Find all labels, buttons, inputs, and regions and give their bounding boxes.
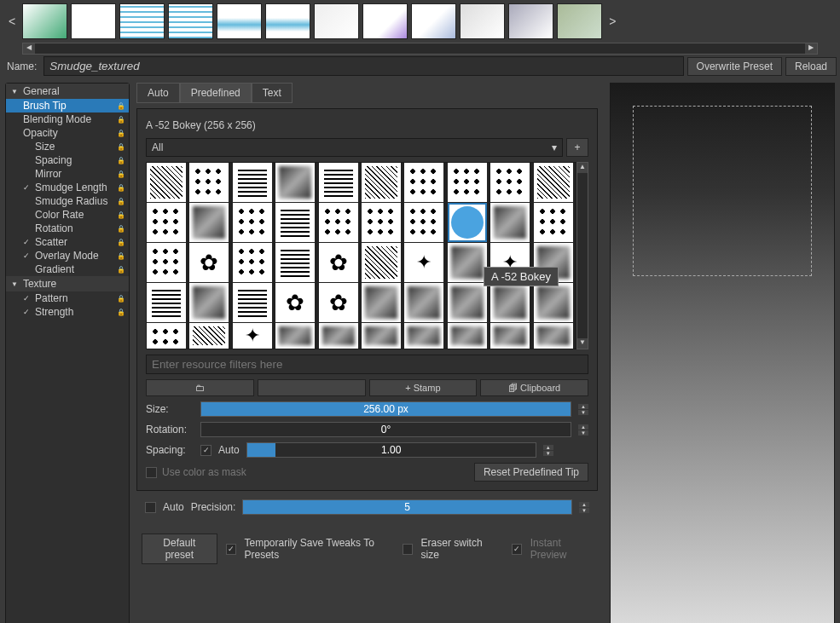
add-tag-button[interactable]: + (566, 138, 588, 157)
reset-tip-button[interactable]: Reset Predefined Tip (474, 463, 588, 482)
sidebar-item-smudge-radius[interactable]: Smudge Radius🔒 (6, 194, 129, 208)
brush-tip-cell[interactable] (362, 163, 401, 202)
sidebar-item-brush-tip[interactable]: Brush Tip🔒 (6, 99, 129, 112)
sidebar-item-spacing[interactable]: Spacing🔒 (6, 153, 129, 167)
brush-tip-cell[interactable] (448, 283, 487, 322)
preset-thumb[interactable] (362, 3, 408, 39)
brush-tip-cell[interactable] (404, 283, 443, 322)
rotation-slider[interactable]: 0° (200, 422, 571, 437)
precision-slider[interactable]: 5 (242, 499, 572, 515)
brush-tip-cell[interactable] (233, 283, 272, 322)
import-brush-button[interactable]: 🗀 (146, 379, 254, 396)
use-color-checkbox[interactable] (146, 467, 157, 478)
spacing-auto-checkbox[interactable] (200, 445, 211, 456)
brush-tip-cell[interactable] (534, 323, 573, 349)
brush-tip-cell[interactable] (275, 323, 315, 349)
scroll-up-icon[interactable]: ▲ (577, 163, 588, 173)
brush-tip-cell[interactable] (147, 283, 186, 322)
preset-thumb[interactable] (508, 3, 553, 39)
size-spinner[interactable]: ▲▼ (578, 404, 588, 415)
precision-spinner[interactable]: ▲▼ (579, 502, 589, 513)
preset-scrollbar[interactable]: ◀ ▶ (22, 43, 818, 55)
preset-thumb[interactable] (71, 3, 116, 39)
scroll-down-icon[interactable]: ▼ (577, 338, 588, 349)
instant-preview-checkbox[interactable] (512, 544, 522, 555)
brush-tip-cell[interactable] (534, 283, 573, 322)
brush-tip-cell[interactable] (404, 163, 443, 202)
brush-tip-cell[interactable] (147, 203, 186, 242)
stamp-button[interactable]: + Stamp (369, 379, 478, 396)
sidebar-item-blending-mode[interactable]: Blending Mode🔒 (6, 112, 129, 126)
sidebar-item-pattern[interactable]: ✓Pattern🔒 (6, 291, 129, 305)
brush-tip-cell[interactable] (490, 283, 530, 322)
brush-tip-cell[interactable] (189, 283, 229, 322)
brush-tip-cell[interactable] (275, 283, 315, 322)
sidebar-section-texture[interactable]: ▼ Texture (6, 276, 129, 291)
tab-auto[interactable]: Auto (136, 83, 180, 103)
brush-tip-cell[interactable] (448, 203, 487, 242)
clipboard-button[interactable]: 🗐 Clipboard (480, 379, 588, 396)
preset-next-button[interactable]: > (605, 14, 619, 28)
preset-thumb[interactable] (411, 3, 456, 39)
brush-tip-cell[interactable] (362, 323, 401, 349)
brush-tip-cell[interactable] (362, 203, 401, 242)
preset-thumb[interactable] (314, 3, 359, 39)
preset-thumb[interactable] (217, 3, 262, 39)
preset-thumb[interactable] (22, 3, 67, 39)
tab-text[interactable]: Text (252, 83, 293, 103)
brush-tip-cell[interactable] (275, 163, 315, 202)
brush-tip-cell[interactable] (319, 323, 358, 349)
preset-prev-button[interactable]: < (5, 14, 19, 28)
size-slider[interactable]: 256.00 px (200, 401, 571, 417)
scroll-left-icon[interactable]: ◀ (23, 43, 35, 54)
brush-tip-cell[interactable] (362, 283, 401, 322)
brush-grid-scrollbar[interactable]: ▲ ▼ (576, 162, 588, 349)
precision-auto-checkbox[interactable] (145, 502, 156, 513)
sidebar-item-smudge-length[interactable]: ✓Smudge Length🔒 (6, 181, 129, 194)
brush-tip-cell[interactable] (189, 323, 229, 349)
brush-tip-cell[interactable] (233, 323, 272, 349)
sidebar-item-mirror[interactable]: Mirror🔒 (6, 167, 129, 181)
brush-tip-cell[interactable] (275, 243, 315, 282)
rotation-spinner[interactable]: ▲▼ (578, 424, 588, 436)
brush-tip-cell[interactable] (319, 203, 358, 242)
brush-tip-cell[interactable] (319, 163, 358, 202)
temp-save-checkbox[interactable] (226, 544, 236, 555)
spacing-spinner[interactable]: ▲▼ (543, 445, 553, 456)
sidebar-item-size[interactable]: Size🔒 (6, 140, 129, 153)
eraser-size-checkbox[interactable] (403, 544, 413, 555)
brush-tip-cell[interactable] (275, 203, 315, 242)
brush-tip-cell[interactable] (404, 203, 443, 242)
sidebar-item-rotation[interactable]: Rotation🔒 (6, 222, 129, 235)
overwrite-preset-button[interactable]: Overwrite Preset (687, 57, 782, 76)
preset-thumb[interactable] (119, 3, 165, 39)
spacing-slider[interactable]: 1.00 (246, 442, 536, 458)
brush-tip-cell[interactable] (147, 243, 186, 282)
brush-tip-cell[interactable] (233, 163, 272, 202)
sidebar-item-strength[interactable]: ✓Strength🔒 (6, 305, 129, 319)
preset-thumb[interactable] (557, 3, 602, 39)
scroll-right-icon[interactable]: ▶ (805, 43, 817, 54)
brush-tip-cell[interactable] (404, 323, 443, 349)
brush-tip-cell[interactable] (189, 163, 229, 202)
preset-thumb[interactable] (265, 3, 310, 39)
sidebar-item-color-rate[interactable]: Color Rate🔒 (6, 208, 129, 222)
brush-tip-cell[interactable] (490, 163, 530, 202)
default-preset-button[interactable]: Default preset (142, 534, 217, 564)
brush-tip-cell[interactable] (147, 163, 186, 202)
reload-button[interactable]: Reload (785, 57, 837, 76)
sidebar-item-gradient[interactable]: Gradient🔒 (6, 262, 129, 276)
brush-tip-cell[interactable] (490, 203, 530, 242)
brush-tip-cell[interactable] (189, 203, 229, 242)
brush-tip-cell[interactable] (448, 163, 487, 202)
brush-tip-cell[interactable] (534, 203, 573, 242)
brush-tip-cell[interactable] (189, 243, 229, 282)
preset-name-input[interactable] (43, 56, 683, 76)
tab-predefined[interactable]: Predefined (180, 83, 252, 103)
brush-tip-cell[interactable] (233, 203, 272, 242)
sidebar-item-scatter[interactable]: ✓Scatter🔒 (6, 235, 129, 249)
brush-tip-cell[interactable] (448, 323, 487, 349)
brush-tip-cell[interactable] (233, 243, 272, 282)
delete-brush-button[interactable] (258, 379, 366, 396)
preset-thumb[interactable] (168, 3, 213, 39)
